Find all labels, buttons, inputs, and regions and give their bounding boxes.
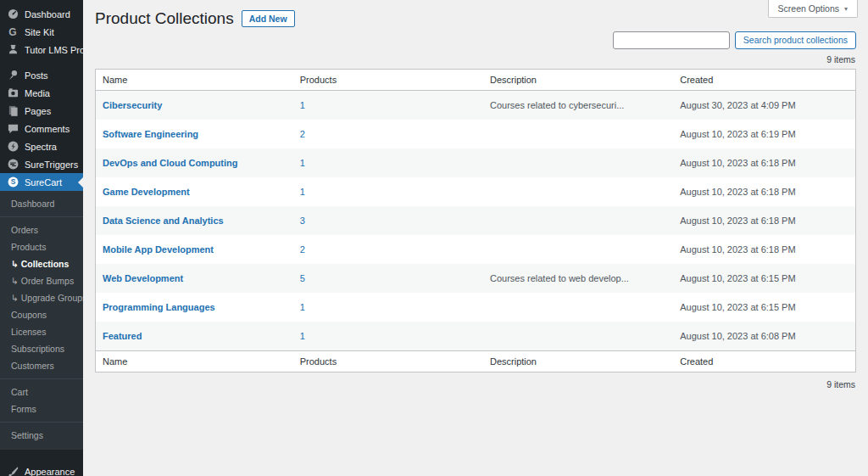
sidebar-item-label: SureCart (25, 177, 62, 188)
surecart-icon: S (7, 176, 19, 188)
column-header-name[interactable]: Name (96, 69, 293, 90)
page-header: Product Collections Add New (95, 0, 856, 29)
main-content: Screen Options ▾ Product Collections Add… (83, 0, 868, 476)
column-footer-products[interactable]: Products (293, 350, 483, 372)
add-new-button[interactable]: Add New (242, 10, 295, 27)
submenu-item-settings[interactable]: Settings (0, 427, 83, 444)
products-count-link[interactable]: 1 (300, 158, 305, 168)
site-kit-icon: G (7, 26, 19, 38)
submenu-item-dashboard[interactable]: Dashboard (0, 195, 83, 212)
submenu-item-upgrade-groups[interactable]: ↳ Upgrade Groups (0, 289, 83, 306)
column-header-description[interactable]: Description (483, 69, 673, 90)
created-date: August 10, 2023 at 6:19 PM (680, 129, 795, 139)
table-row: Mobile App Development 2 August 10, 2023… (96, 235, 856, 264)
created-date: August 10, 2023 at 6:18 PM (680, 187, 795, 197)
column-header-products[interactable]: Products (293, 69, 483, 90)
collection-name-link[interactable]: Cibersecurity (103, 100, 162, 110)
chevron-down-icon: ▾ (844, 5, 848, 13)
submenu-item-products[interactable]: Products (0, 238, 83, 255)
sidebar-item-tutor-lms-pro[interactable]: Tutor LMS Pro (0, 41, 83, 59)
surecart-submenu: Dashboard Orders Products ↳ Collections … (0, 191, 83, 450)
submenu-divider (0, 422, 83, 423)
sidebar-item-comments[interactable]: Comments (0, 120, 83, 137)
submenu-item-licenses[interactable]: Licenses (0, 323, 83, 340)
table-row: Data Science and Analytics 3 August 10, … (96, 206, 856, 235)
collection-name-link[interactable]: DevOps and Cloud Computing (103, 158, 238, 168)
products-count-link[interactable]: 1 (300, 187, 305, 197)
column-header-created[interactable]: Created (673, 69, 855, 90)
sidebar-item-label: Pages (25, 106, 51, 116)
items-count-top: 9 items (95, 54, 855, 64)
sidebar-item-posts[interactable]: Posts (0, 66, 83, 84)
products-count-link[interactable]: 2 (300, 129, 305, 139)
table-row: Cibersecurity 1 Courses related to cyber… (96, 90, 856, 120)
created-date: August 10, 2023 at 6:15 PM (680, 273, 795, 283)
products-count-link[interactable]: 1 (300, 302, 305, 312)
submenu-arrow-glyph: ↳ (11, 293, 19, 303)
submenu-item-collections[interactable]: ↳ Collections (0, 255, 83, 272)
column-footer-description[interactable]: Description (483, 350, 673, 372)
created-date: August 10, 2023 at 6:18 PM (680, 244, 795, 255)
sidebar-item-label: Site Kit (25, 27, 54, 37)
svg-text:S: S (10, 177, 15, 186)
table-row: Programming Languages 1 August 10, 2023 … (96, 293, 856, 322)
collection-name-link[interactable]: Software Engineering (103, 129, 198, 139)
submenu-arrow-glyph: ↳ (11, 276, 19, 286)
sidebar-item-surecart[interactable]: S SureCart (0, 173, 83, 191)
sidebar-item-media[interactable]: Media (0, 84, 83, 102)
created-date: August 10, 2023 at 6:08 PM (680, 331, 795, 341)
collection-name-link[interactable]: Data Science and Analytics (103, 216, 224, 226)
submenu-item-label: Collections (21, 259, 70, 269)
column-footer-name[interactable]: Name (96, 350, 293, 372)
sidebar-item-pages[interactable]: Pages (0, 102, 83, 120)
screen-options-button[interactable]: Screen Options ▾ (768, 0, 858, 18)
spectra-icon (7, 141, 19, 153)
submenu-item-order-bumps[interactable]: ↳ Order Bumps (0, 272, 83, 289)
collection-description: Courses related to cybersecuri... (490, 100, 624, 110)
products-count-link[interactable]: 2 (300, 244, 305, 255)
submenu-item-subscriptions[interactable]: Subscriptions (0, 340, 83, 357)
submenu-item-forms[interactable]: Forms (0, 400, 83, 417)
dashboard-icon (7, 8, 19, 20)
sidebar-item-label: Media (25, 88, 50, 98)
table-footer: Name Products Description Created (96, 350, 856, 372)
sidebar-item-label: Dashboard (25, 9, 70, 20)
table-row: Software Engineering 2 August 10, 2023 a… (96, 120, 856, 148)
submenu-item-orders[interactable]: Orders (0, 221, 83, 238)
tutor-lms-icon (7, 44, 19, 56)
submenu-item-label: Order Bumps (21, 276, 74, 286)
submenu-item-coupons[interactable]: Coupons (0, 306, 83, 323)
sidebar-item-spectra[interactable]: Spectra (0, 137, 83, 155)
collections-table: Name Products Description Created Cibers… (95, 69, 856, 372)
products-count-link[interactable]: 5 (300, 273, 305, 283)
collection-name-link[interactable]: Mobile App Development (103, 244, 214, 255)
collection-description: Courses related to web develop... (490, 273, 629, 283)
products-count-link[interactable]: 1 (300, 100, 305, 110)
submenu-arrow-glyph: ↳ (11, 259, 19, 269)
collection-name-link[interactable]: Featured (103, 331, 142, 341)
sidebar-item-label: Tutor LMS Pro (25, 45, 83, 55)
collection-name-link[interactable]: Programming Languages (103, 302, 215, 312)
created-date: August 30, 2023 at 4:09 PM (680, 100, 795, 110)
sidebar-item-label: Posts (25, 70, 48, 81)
admin-sidebar: Dashboard G Site Kit Tutor LMS Pro Posts… (0, 0, 83, 476)
search-submit-button[interactable]: Search product collections (735, 31, 856, 49)
search-input[interactable] (613, 31, 730, 49)
pushpin-icon (7, 70, 19, 81)
search-box: Search product collections (95, 31, 856, 49)
sidebar-item-site-kit[interactable]: G Site Kit (0, 23, 83, 41)
column-footer-created[interactable]: Created (673, 350, 855, 372)
submenu-item-cart[interactable]: Cart (0, 384, 83, 400)
products-count-link[interactable]: 3 (300, 216, 305, 226)
products-count-link[interactable]: 1 (300, 331, 305, 341)
created-date: August 10, 2023 at 6:15 PM (680, 302, 795, 312)
page-title: Product Collections (95, 9, 234, 29)
collection-name-link[interactable]: Web Development (103, 273, 183, 283)
submenu-item-customers[interactable]: Customers (0, 357, 83, 374)
sidebar-item-dashboard[interactable]: Dashboard (0, 5, 83, 23)
sidebar-item-appearance[interactable]: Appearance (0, 462, 83, 476)
sidebar-item-label: Spectra (25, 142, 57, 152)
collection-name-link[interactable]: Game Development (103, 187, 190, 197)
sidebar-item-suretriggers[interactable]: SureTriggers (0, 155, 83, 173)
sidebar-item-label: Appearance (25, 467, 75, 476)
